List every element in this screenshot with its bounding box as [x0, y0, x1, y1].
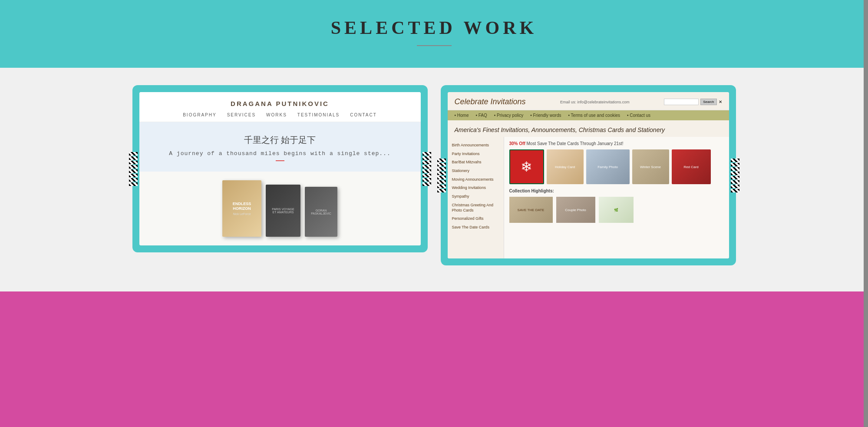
celebrate-logo: Celebrate Invitations	[455, 97, 526, 106]
sidebar-party-invitations[interactable]: Party Invitations	[448, 150, 504, 159]
book-endless-author: Nick LeForce	[233, 212, 251, 215]
book-middle-text: PARIS VOYAGEET AMATEURS	[270, 206, 296, 215]
dragana-books-section: ENDLESSHORIZON Nick LeForce PARIS VOYAGE…	[139, 172, 421, 245]
promo-highlight: 30% Off	[509, 141, 525, 146]
dragana-english-text: A journey of a thousand miles begins wit…	[148, 150, 412, 157]
right-chevron-decoration	[422, 152, 431, 186]
collection-highlights-label: Collection Highlights:	[509, 189, 724, 193]
sidebar-sympathy[interactable]: Sympathy	[448, 192, 504, 201]
celebrate-sidebar: Birth Announcements Party Invitations Ba…	[448, 137, 504, 258]
search-button[interactable]: Search	[700, 99, 716, 105]
nav-works[interactable]: WORKS	[266, 113, 287, 117]
save-date-label: SAVE THE DATE	[518, 208, 545, 212]
celebrate-left-chevron	[437, 159, 446, 192]
celebrate-tagline-text: America's Finest Invitations, Announceme…	[455, 126, 722, 133]
book-middle: PARIS VOYAGEET AMATEURS	[266, 185, 300, 237]
book-right: GORANPASKALJEVIC	[305, 187, 337, 237]
book-endless-title: ENDLESSHORIZON	[233, 202, 251, 211]
photo-card-1-text: Holiday Card	[553, 163, 577, 171]
save-date-image: SAVE THE DATE	[509, 197, 553, 223]
dragana-hero-underline	[276, 160, 284, 161]
celebrate-bottom-images: SAVE THE DATE Couple Photo 🌿	[509, 197, 724, 223]
dragana-header: DRAGANA PUTNIKOVIC BIOGRAPHY SERVICES WO…	[139, 92, 421, 122]
promo-description: Most Save The Date Cards Through January…	[527, 141, 624, 146]
right-work-card: Celebrate Invitations Email us: info@cel…	[441, 85, 736, 265]
header-section: SELECTED WORK	[0, 0, 868, 68]
flower-image-text: 🌿	[612, 206, 620, 214]
photo-card-4-text: Red Card	[682, 163, 700, 171]
celebrate-tagline-section: America's Finest Invitations, Announceme…	[448, 120, 729, 137]
nav-testimonials[interactable]: TESTIMONIALS	[297, 113, 340, 117]
celebrate-images-row: ❄ Holiday Card Family Photo Winter Scene	[509, 149, 724, 184]
christmas-card-image: ❄	[509, 149, 544, 184]
sidebar-christmas-cards[interactable]: Christmas Greeting And Photo Cards	[448, 201, 504, 215]
nav-biography[interactable]: BIOGRAPHY	[183, 113, 216, 117]
email-address: info@celebrateinvitations.com	[578, 100, 630, 104]
nav-contact-us[interactable]: • Contact us	[627, 113, 650, 118]
main-content: DRAGANA PUTNIKOVIC BIOGRAPHY SERVICES WO…	[0, 68, 868, 291]
search-input[interactable]	[664, 99, 699, 105]
celebrate-site-mockup: Celebrate Invitations Email us: info@cel…	[448, 92, 729, 258]
nav-terms[interactable]: • Terms of use and cookies	[568, 113, 620, 118]
flower-image: 🌿	[599, 197, 634, 223]
sidebar-wedding-invitations[interactable]: Wedding Invitations	[448, 184, 504, 192]
couple-image-text: Couple Photo	[563, 206, 587, 214]
left-chevron-decoration	[129, 152, 138, 186]
dragana-nav: BIOGRAPHY SERVICES WORKS TESTIMONIALS CO…	[144, 113, 416, 117]
photo-card-3: Winter Scene	[632, 149, 669, 184]
celebrate-main-area: 30% Off Most Save The Date Cards Through…	[504, 137, 729, 258]
snowflake-icon: ❄	[521, 159, 532, 175]
celebrate-email-info: Email us: info@celebrateinvitations.com	[560, 100, 630, 104]
sidebar-save-date-cards[interactable]: Save The Date Cards	[448, 223, 504, 232]
couple-image: Couple Photo	[556, 197, 595, 223]
nav-home[interactable]: • Home	[455, 113, 469, 118]
photo-card-1: Holiday Card	[547, 149, 584, 184]
book-endless-horizon: ENDLESSHORIZON Nick LeForce	[222, 180, 261, 237]
photo-card-2-text: Family Photo	[596, 163, 620, 171]
dragana-site-title: DRAGANA PUTNIKOVIC	[144, 100, 416, 107]
page-title: SELECTED WORK	[0, 17, 868, 38]
sidebar-personalized-gifts[interactable]: Personalized Gifts	[448, 215, 504, 223]
celebrate-nav-bar: • Home • FAQ • Privacy policy • Friendly…	[448, 110, 729, 120]
sidebar-birth-announcements[interactable]: Birth Announcements	[448, 141, 504, 150]
celebrate-search-area: Search ✕	[664, 99, 722, 105]
book-right-text: GORANPASKALJEVIC	[309, 207, 333, 217]
sidebar-moving-announcements[interactable]: Moving Announcements	[448, 175, 504, 184]
nav-friendly-words[interactable]: • Friendly words	[530, 113, 561, 118]
page-scrollbar[interactable]	[864, 0, 868, 427]
nav-faq[interactable]: • FAQ	[475, 113, 487, 118]
email-label: Email us:	[560, 100, 576, 104]
dragana-site-mockup: DRAGANA PUTNIKOVIC BIOGRAPHY SERVICES WO…	[139, 92, 421, 245]
celebrate-header: Celebrate Invitations Email us: info@cel…	[448, 92, 729, 110]
celebrate-promo-text: 30% Off Most Save The Date Cards Through…	[509, 141, 724, 146]
header-divider	[417, 45, 452, 46]
photo-card-2: Family Photo	[586, 149, 630, 184]
left-work-card: DRAGANA PUTNIKOVIC BIOGRAPHY SERVICES WO…	[132, 85, 428, 252]
celebrate-right-chevron	[731, 159, 739, 192]
nav-contact[interactable]: CONTACT	[350, 113, 377, 117]
photo-card-4: Red Card	[672, 149, 711, 184]
sidebar-bar-bat-mitzvahs[interactable]: Bar/Bat Mitzvahs	[448, 158, 504, 167]
nav-services[interactable]: SERVICES	[227, 113, 256, 117]
dragana-chinese-text: 千里之行 始于足下	[148, 134, 412, 146]
close-icon[interactable]: ✕	[719, 99, 722, 104]
nav-privacy[interactable]: • Privacy policy	[494, 113, 523, 118]
sidebar-stationery[interactable]: Stationery	[448, 167, 504, 175]
dragana-hero: 千里之行 始于足下 A journey of a thousand miles …	[139, 122, 421, 172]
celebrate-body: Birth Announcements Party Invitations Ba…	[448, 137, 729, 258]
photo-card-3-text: Winter Scene	[638, 163, 663, 171]
